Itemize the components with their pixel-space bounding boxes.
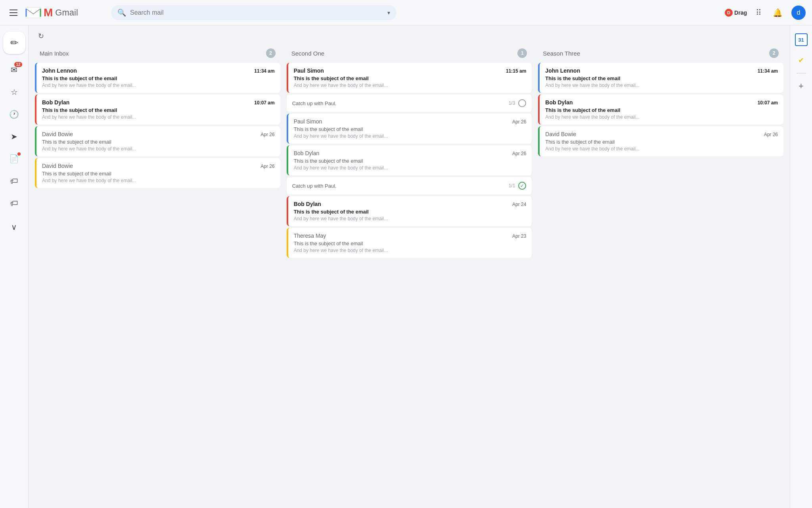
compose-button[interactable]: ✏ [3, 32, 25, 54]
email-subject: This is the subject of the email [545, 107, 778, 113]
column-badge-main-inbox: 2 [266, 48, 276, 58]
email-header-row: Bob Dylan10:07 am [545, 99, 778, 106]
email-card[interactable]: Bob Dylan10:07 amThis is the subject of … [538, 94, 783, 125]
email-time: Apr 26 [512, 119, 526, 125]
task-check-icon[interactable]: ✓ [518, 182, 526, 190]
email-sender: John Lennon [42, 67, 77, 74]
email-time: Apr 23 [512, 233, 526, 239]
sidebar-item-drafts[interactable]: 📄 [5, 149, 24, 168]
email-card[interactable]: Bob Dylan10:07 amThis is the subject of … [35, 94, 280, 125]
email-header-row: Bob Dylan10:07 am [42, 99, 275, 106]
label2-icon: 🏷 [10, 199, 18, 208]
email-card[interactable]: David BowieApr 26This is the subject of … [538, 126, 783, 156]
email-body: And by here we have the body of the emai… [294, 216, 527, 221]
task-card[interactable]: Catch up with Paul.1/3 [287, 94, 532, 112]
email-header-row: Paul SimonApr 26 [294, 118, 527, 125]
email-sender: Bob Dylan [545, 99, 573, 106]
email-header-row: Paul Simon11:15 am [294, 67, 527, 74]
email-body: And by here we have the body of the emai… [42, 178, 275, 183]
email-body: And by here we have the body of the emai… [294, 83, 527, 88]
task-count: 1/1 [509, 183, 515, 189]
chevron-down-icon: ∨ [11, 222, 17, 232]
label-icon: 🏷 [10, 177, 18, 186]
email-time: Apr 26 [764, 132, 778, 137]
columns-container: Main Inbox2John Lennon11:34 amThis is th… [35, 45, 783, 260]
header-right: D Drag ⠿ 🔔 d [725, 6, 806, 20]
email-sender: David Bowie [42, 131, 73, 137]
task-label: Catch up with Paul. [292, 183, 337, 189]
search-input[interactable] [130, 9, 383, 16]
task-right: 1/1✓ [509, 182, 527, 190]
email-card[interactable]: Paul Simon11:15 amThis is the subject of… [287, 63, 532, 93]
email-header-row: John Lennon11:34 am [42, 67, 275, 74]
calendar-icon-button[interactable]: 31 [793, 32, 809, 48]
column-second-one: Second One1Paul Simon11:15 amThis is the… [287, 45, 532, 260]
email-card[interactable]: Theresa MayApr 23This is the subject of … [287, 228, 532, 258]
drag-label: Drag [734, 10, 747, 16]
email-body: And by here we have the body of the emai… [545, 114, 778, 120]
sidebar-item-starred[interactable]: ☆ [5, 83, 24, 102]
compose-icon: ✏ [10, 37, 18, 48]
email-card[interactable]: John Lennon11:34 amThis is the subject o… [35, 63, 280, 93]
email-card[interactable]: John Lennon11:34 amThis is the subject o… [538, 63, 783, 93]
email-sender: Bob Dylan [294, 150, 320, 156]
email-card[interactable]: David BowieApr 26This is the subject of … [35, 126, 280, 156]
sidebar-item-snoozed[interactable]: 🕐 [5, 105, 24, 124]
column-header-season-three: Season Three2 [538, 45, 783, 63]
email-sender: Paul Simon [294, 67, 324, 74]
sidebar-expand-button[interactable]: ∨ [5, 217, 24, 237]
email-time: Apr 26 [512, 151, 526, 156]
drag-d-icon: D [725, 9, 733, 17]
sidebar-item-inbox[interactable]: ✉ 12 [5, 60, 24, 79]
email-subject: This is the subject of the email [42, 107, 275, 113]
email-time: Apr 24 [512, 202, 526, 207]
email-body: And by here we have the body of the emai… [294, 165, 527, 171]
search-dropdown-icon[interactable]: ▾ [387, 10, 390, 16]
refresh-icon[interactable]: ↻ [38, 32, 44, 40]
email-subject: This is the subject of the email [294, 126, 527, 132]
email-time: 10:07 am [758, 100, 778, 106]
email-body: And by here we have the body of the emai… [42, 114, 275, 120]
task-circle-icon[interactable] [518, 99, 526, 107]
email-sender: David Bowie [42, 163, 73, 169]
email-card[interactable]: Paul SimonApr 26This is the subject of t… [287, 114, 532, 144]
sidebar-item-sent[interactable]: ➤ [5, 127, 24, 146]
email-subject: This is the subject of the email [294, 241, 527, 246]
email-card[interactable]: David BowieApr 26This is the subject of … [35, 158, 280, 188]
task-label: Catch up with Paul. [292, 100, 337, 106]
email-body: And by here we have the body of the emai… [42, 83, 275, 88]
email-time: 11:34 am [758, 68, 778, 74]
email-header-row: John Lennon11:34 am [545, 67, 778, 74]
task-card[interactable]: Catch up with Paul.1/1✓ [287, 177, 532, 194]
email-sender: David Bowie [545, 131, 576, 137]
email-body: And by here we have the body of the emai… [42, 146, 275, 152]
gmail-m-icon [25, 7, 41, 19]
main-content: ↻ Main Inbox2John Lennon11:34 amThis is … [29, 25, 790, 508]
tasks-check-icon: ✔ [798, 56, 804, 65]
email-subject: This is the subject of the email [545, 75, 778, 81]
refresh-bar: ↻ [35, 32, 783, 40]
add-plugin-button[interactable]: + [793, 78, 809, 94]
tasks-icon-button[interactable]: ✔ [793, 52, 809, 68]
column-badge-second-one: 1 [517, 48, 527, 58]
avatar[interactable]: d [791, 6, 806, 20]
email-card[interactable]: Bob DylanApr 24This is the subject of th… [287, 196, 532, 226]
email-subject: This is the subject of the email [545, 139, 778, 145]
column-header-second-one: Second One1 [287, 45, 532, 63]
column-main-inbox: Main Inbox2John Lennon11:34 amThis is th… [35, 45, 280, 260]
hamburger-icon[interactable] [6, 6, 21, 19]
star-icon: ☆ [11, 87, 18, 97]
add-icon: + [799, 81, 804, 91]
sidebar-item-label2[interactable]: 🏷 [5, 194, 24, 213]
email-subject: This is the subject of the email [294, 75, 527, 81]
bell-icon[interactable]: 🔔 [770, 6, 785, 20]
email-card[interactable]: Bob DylanApr 26This is the subject of th… [287, 145, 532, 175]
email-header-row: David BowieApr 26 [42, 131, 275, 137]
search-bar: 🔍 ▾ [111, 5, 396, 20]
email-time: 11:34 am [254, 68, 274, 74]
task-count: 1/3 [509, 100, 515, 106]
column-title-season-three: Season Three [543, 50, 580, 57]
email-header-row: David BowieApr 26 [42, 163, 275, 169]
sidebar-item-label1[interactable]: 🏷 [5, 171, 24, 190]
grid-icon[interactable]: ⠿ [753, 6, 764, 20]
